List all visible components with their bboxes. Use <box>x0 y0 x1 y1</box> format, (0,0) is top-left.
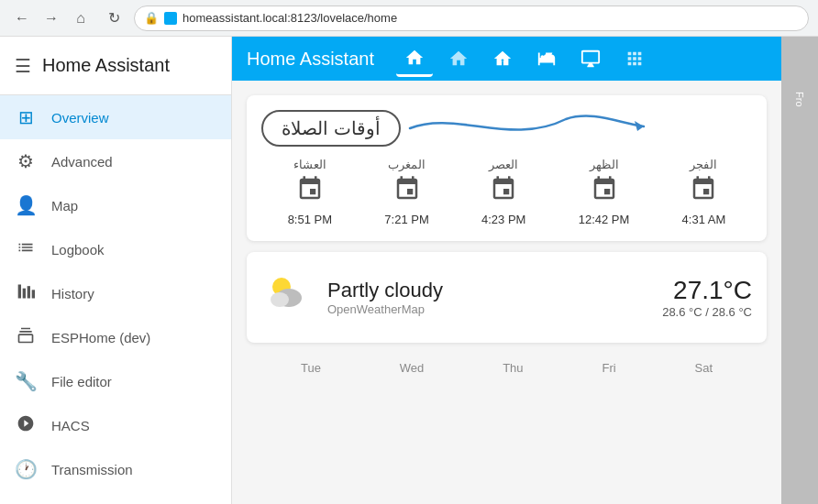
app-container: ☰ Home Assistant ⊞ Overview ⚙ Advanced 👤… <box>0 37 818 504</box>
prayer-time-1: 7:21 PM <box>384 213 428 226</box>
prayer-time-3: 12:42 PM <box>579 213 630 226</box>
hamburger-icon[interactable]: ☰ <box>15 55 31 77</box>
transmission-icon: 🕐 <box>15 458 37 480</box>
sidebar-item-file-editor[interactable]: 🔧 File editor <box>0 359 231 403</box>
tab-building[interactable] <box>440 40 477 77</box>
svg-rect-0 <box>18 284 21 298</box>
prayer-name-1: المغرب <box>388 158 426 171</box>
logbook-label: Logbook <box>51 242 105 257</box>
sidebar-item-logbook[interactable]: Logbook <box>0 227 231 271</box>
top-bar-title: Home Assistant <box>247 49 374 70</box>
esphome-label: ESPHome (dev) <box>51 330 150 345</box>
sidebar-item-transmission[interactable]: 🕐 Transmission <box>0 447 231 491</box>
prayer-time-0: 8:51 PM <box>288 213 332 226</box>
calendar-icon-3 <box>591 175 618 209</box>
weather-temp-range: 28.6 °C / 28.6 °C <box>662 305 752 319</box>
prayer-name-0: العشاء <box>293 158 326 171</box>
prayer-time-2: 4:23 PM <box>481 213 525 226</box>
sidebar-item-esphome[interactable]: ESPHome (dev) <box>0 315 231 359</box>
nav-buttons: ← → ⌂ <box>9 5 94 31</box>
top-bar: Home Assistant <box>232 37 781 81</box>
svg-rect-1 <box>23 288 26 298</box>
calendar-icon-4 <box>690 175 717 209</box>
prayer-name-3: الظهر <box>590 158 619 171</box>
prayer-time-item: العشاء 8:51 PM <box>288 158 332 226</box>
tab-monitor[interactable] <box>572 40 609 77</box>
calendar-icon-2 <box>490 175 517 209</box>
back-button[interactable]: ← <box>9 5 35 31</box>
overview-icon: ⊞ <box>15 106 37 128</box>
weather-temperature: 27.1°C <box>662 276 752 305</box>
sidebar-item-advanced[interactable]: ⚙ Advanced <box>0 139 231 183</box>
advanced-icon: ⚙ <box>15 150 37 172</box>
day-labels: Tue Wed Thu Fri Sat <box>247 354 767 375</box>
hacs-label: HACS <box>51 418 90 433</box>
advanced-label: Advanced <box>51 154 113 170</box>
prayer-name-4: الفجر <box>690 158 717 171</box>
tab-home[interactable] <box>396 40 433 77</box>
sidebar-item-history[interactable]: History <box>0 271 231 315</box>
main-content: Home Assistant <box>232 37 781 504</box>
file-editor-icon: 🔧 <box>15 370 37 392</box>
tab-bath[interactable] <box>528 40 565 77</box>
prayer-time-4: 4:31 AM <box>682 213 726 226</box>
day-1: Wed <box>400 361 425 375</box>
history-icon <box>15 282 37 305</box>
day-0: Tue <box>301 361 321 375</box>
tab-network[interactable] <box>616 40 653 77</box>
overview-label: Overview <box>51 110 109 126</box>
tab-house2[interactable] <box>484 40 521 77</box>
prayer-title: أوقات الصلاة <box>261 110 401 147</box>
sidebar-header: ☰ Home Assistant <box>0 37 231 95</box>
weather-icon <box>261 267 313 328</box>
svg-marker-4 <box>635 121 644 131</box>
file-editor-label: File editor <box>51 374 112 389</box>
map-label: Map <box>51 198 78 214</box>
sidebar: ☰ Home Assistant ⊞ Overview ⚙ Advanced 👤… <box>0 37 232 504</box>
favicon <box>164 12 177 25</box>
weather-temp-container: 27.1°C 28.6 °C / 28.6 °C <box>662 276 752 319</box>
svg-rect-3 <box>32 290 35 298</box>
browser-chrome: ← → ⌂ ↻ 🔒 homeassistant.local:8123/lovel… <box>0 0 818 37</box>
prayer-card: أوقات الصلاة العشاء <box>247 95 767 241</box>
lock-icon: 🔒 <box>144 11 159 25</box>
right-panel: Fro <box>781 37 818 504</box>
prayer-time-item: العصر 4:23 PM <box>481 158 525 226</box>
url-text: homeassistant.local:8123/lovelace/home <box>182 11 397 25</box>
prayer-time-item: الظهر 12:42 PM <box>579 158 630 226</box>
sidebar-item-hacs[interactable]: HACS <box>0 403 231 447</box>
calendar-icon-0 <box>296 175 324 209</box>
sidebar-item-map[interactable]: 👤 Map <box>0 183 231 227</box>
hacs-icon <box>15 414 37 437</box>
sidebar-item-overview[interactable]: ⊞ Overview <box>0 95 231 139</box>
address-bar[interactable]: 🔒 homeassistant.local:8123/lovelace/home <box>134 5 809 31</box>
history-label: History <box>51 286 94 301</box>
esphome-icon <box>15 326 37 349</box>
partly-cloudy-svg <box>261 267 313 318</box>
prayer-name-2: العصر <box>489 158 518 171</box>
weather-condition: Partly cloudy <box>327 279 647 302</box>
annotation-arrow <box>401 101 658 156</box>
page-content: أوقات الصلاة العشاء <box>232 81 781 504</box>
weather-card: Partly cloudy OpenWeatherMap 27.1°C 28.6… <box>247 252 767 343</box>
calendar-icon-1 <box>393 175 421 209</box>
forward-button[interactable]: → <box>39 5 64 31</box>
logbook-icon <box>15 238 37 261</box>
sidebar-title: Home Assistant <box>42 55 170 76</box>
home-button[interactable]: ⌂ <box>68 5 94 31</box>
day-3: Fri <box>602 361 615 375</box>
prayer-card-header: أوقات الصلاة <box>261 110 752 147</box>
svg-rect-2 <box>28 286 30 298</box>
transmission-label: Transmission <box>51 462 133 477</box>
map-icon: 👤 <box>15 194 37 216</box>
svg-point-7 <box>271 292 289 307</box>
day-2: Thu <box>503 361 523 375</box>
refresh-button[interactable]: ↻ <box>101 5 127 31</box>
prayer-time-item: الفجر 4:31 AM <box>682 158 726 226</box>
day-4: Sat <box>695 361 713 375</box>
weather-source: OpenWeatherMap <box>327 302 647 316</box>
prayer-time-item: المغرب 7:21 PM <box>384 158 428 226</box>
prayer-times: العشاء 8:51 PM المغرب 7:21 PM <box>261 158 752 226</box>
weather-info: Partly cloudy OpenWeatherMap <box>327 279 647 316</box>
right-panel-text: Fro <box>794 92 805 107</box>
